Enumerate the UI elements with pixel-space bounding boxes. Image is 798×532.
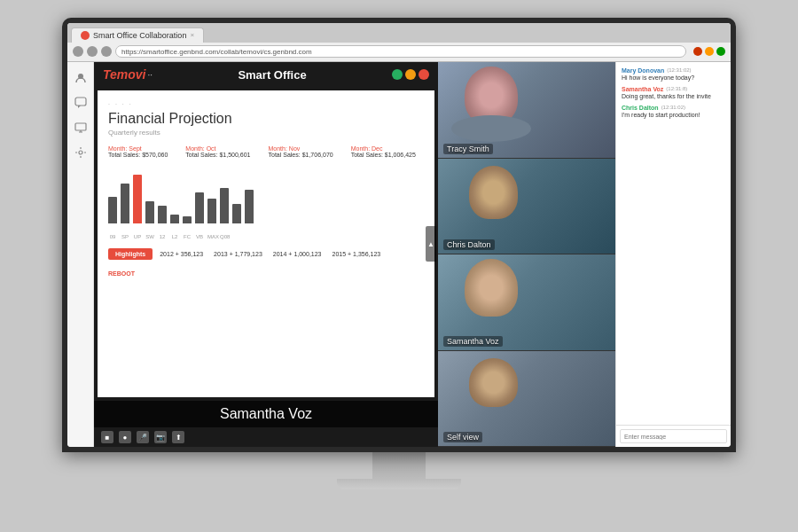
minimize-btn[interactable] — [705, 47, 714, 56]
temovi-logo-dots: ·· — [148, 70, 153, 80]
media-btn-5[interactable]: ⬆ — [172, 431, 184, 443]
close-btn[interactable] — [693, 47, 702, 56]
forward-button[interactable] — [87, 46, 98, 57]
month-oct-sales: Total Sales: $1,500,601 — [185, 152, 250, 158]
month-nov-sales: Total Sales: $1,706,070 — [269, 152, 333, 158]
video-feed-self-name: Self view — [443, 432, 482, 442]
chat-msg-samantha: Samantha Voz (12:31:8) Doing great, than… — [622, 86, 725, 100]
slide-nav-arrow[interactable]: ▲ — [426, 226, 436, 262]
x-label-2: UP — [133, 234, 142, 239]
url-text: https://smartoffice.genbnd.com/collab/te… — [121, 48, 312, 56]
chat-msg-samantha-header: Samantha Voz (12:31:8) — [622, 86, 725, 92]
month-sept: Month: Sept Total Sales: $570,060 — [108, 145, 168, 158]
maximize-btn[interactable] — [716, 47, 725, 56]
chat-msg-mary-name: Mary Donovan — [622, 67, 664, 74]
chat-msg-samantha-time: (12:31:8) — [666, 86, 687, 92]
chat-msg-chris-name: Chris Dalton — [622, 105, 659, 111]
year-2015-value: + 1,356,123 — [348, 251, 380, 257]
media-controls: ■ ● 🎤 📷 ⬆ — [94, 427, 438, 447]
browser-tab[interactable]: Smart Office Collaboration × — [71, 27, 204, 43]
bar-11 — [245, 190, 254, 223]
browser-address-bar: https://smartoffice.genbnd.com/collab/te… — [67, 43, 731, 62]
chat-messages: Mary Donovan (12:31:02) Hi how is everyo… — [616, 62, 731, 425]
ctrl-yellow[interactable] — [405, 69, 416, 80]
left-sidebar — [67, 62, 94, 447]
video-feed-samantha-name: Samantha Voz — [443, 336, 503, 347]
bar-10 — [232, 204, 241, 223]
month-nov: Month: Nov Total Sales: $1,706,070 — [269, 145, 333, 158]
highlights-button[interactable]: Highlights — [108, 248, 153, 260]
chat-input[interactable] — [620, 429, 727, 443]
media-btn-1[interactable]: ■ — [101, 431, 113, 443]
x-label-1: SP — [121, 234, 129, 239]
ctrl-green[interactable] — [392, 69, 403, 80]
chat-msg-samantha-name: Samantha Voz — [622, 86, 663, 92]
tab-favicon — [81, 31, 90, 40]
back-button[interactable] — [73, 46, 83, 57]
x-label-6: FC — [183, 234, 192, 239]
bar-7 — [195, 192, 204, 223]
url-bar[interactable]: https://smartoffice.genbnd.com/collab/te… — [115, 45, 686, 58]
sidebar-icon-chat[interactable] — [72, 94, 90, 112]
bar-1 — [121, 184, 129, 223]
x-label-3: SW — [145, 234, 154, 239]
bar-6 — [183, 216, 192, 223]
monitor-screen: Smart Office Collaboration × https://sma… — [67, 23, 731, 447]
monitor-stand-neck — [372, 452, 426, 479]
tab-close[interactable]: × — [190, 31, 194, 39]
presenter-bar: Samantha Voz — [94, 401, 438, 427]
video-feed-samantha: Samantha Voz — [438, 254, 615, 351]
reboot-label: REBOOT — [108, 270, 424, 277]
bar-5 — [170, 215, 179, 223]
chat-msg-mary-time: (12:31:02) — [667, 67, 691, 74]
sidebar-icon-users[interactable] — [72, 69, 90, 87]
sidebar-icon-settings[interactable] — [72, 144, 90, 161]
svg-rect-1 — [75, 98, 86, 106]
video-feed-self: Self view — [438, 351, 615, 448]
presentation-area: Temovi ·· Smart Office · · · · F — [94, 62, 438, 447]
year-2015-year: 2015 — [332, 251, 347, 257]
temovi-logo: Temovi ·· — [103, 67, 153, 82]
year-2014-value: + 1,000,123 — [288, 251, 321, 257]
monitor: Smart Office Collaboration × https://sma… — [53, 18, 745, 514]
video-feed-chris: Chris Dalton — [438, 159, 615, 255]
ctrl-red[interactable] — [419, 69, 429, 80]
year-data: 2012 + 356,123 2013 + 1,779,123 2014 + 1… — [160, 251, 380, 257]
chat-msg-chris-header: Chris Dalton (12:31:02) — [622, 105, 725, 111]
home-button[interactable] — [101, 46, 112, 57]
browser-tab-bar: Smart Office Collaboration × — [67, 23, 731, 43]
year-2012-year: 2012 — [160, 251, 174, 257]
bar-0 — [108, 197, 117, 223]
month-nov-label: Month: Nov — [269, 145, 333, 152]
chat-msg-mary-header: Mary Donovan (12:31:02) — [622, 67, 725, 74]
temovi-header: Temovi ·· Smart Office — [94, 62, 438, 87]
bar-2 — [133, 175, 142, 223]
screen-bezel: Smart Office Collaboration × https://sma… — [62, 18, 736, 452]
month-oct: Month: Oct Total Sales: $1,500,601 — [185, 145, 250, 158]
chat-msg-chris-time: (12:31:02) — [661, 105, 685, 111]
media-btn-4[interactable]: 📷 — [154, 431, 167, 443]
bar-chart-container: 09SPUPSW12L2FCVBMAXQ08 — [108, 165, 424, 245]
media-btn-2[interactable]: ● — [119, 431, 131, 443]
video-feed-tracy: Tracy Smith — [438, 62, 615, 159]
year-2013: 2013 + 1,779,123 — [214, 251, 262, 257]
year-2014: 2014 + 1,000,123 — [273, 251, 322, 257]
x-axis: 09SPUPSW12L2FCVBMAXQ08 — [108, 234, 424, 239]
year-2013-year: 2013 — [214, 251, 228, 257]
chat-panel: Mary Donovan (12:31:02) Hi how is everyo… — [615, 62, 731, 447]
x-label-0: 09 — [108, 234, 117, 239]
media-btn-3[interactable]: 🎤 — [137, 431, 149, 443]
sidebar-icon-screen[interactable] — [72, 119, 90, 137]
bar-chart — [108, 165, 424, 227]
slide-title: Financial Projection — [108, 111, 424, 127]
year-2013-value: + 1,779,123 — [230, 251, 262, 257]
x-label-4: 12 — [158, 234, 167, 239]
year-2014-year: 2014 — [273, 251, 287, 257]
chat-input-area — [616, 425, 731, 447]
right-panel: Tracy Smith Chris Dalton Samantha Voz Se… — [438, 62, 615, 447]
month-dec-sales: Total Sales: $1,006,425 — [351, 152, 416, 158]
slide-dots: · · · · — [108, 101, 424, 107]
month-sept-label: Month: Sept — [108, 145, 168, 152]
bar-3 — [145, 201, 154, 223]
presenter-name: Samantha Voz — [220, 406, 312, 421]
